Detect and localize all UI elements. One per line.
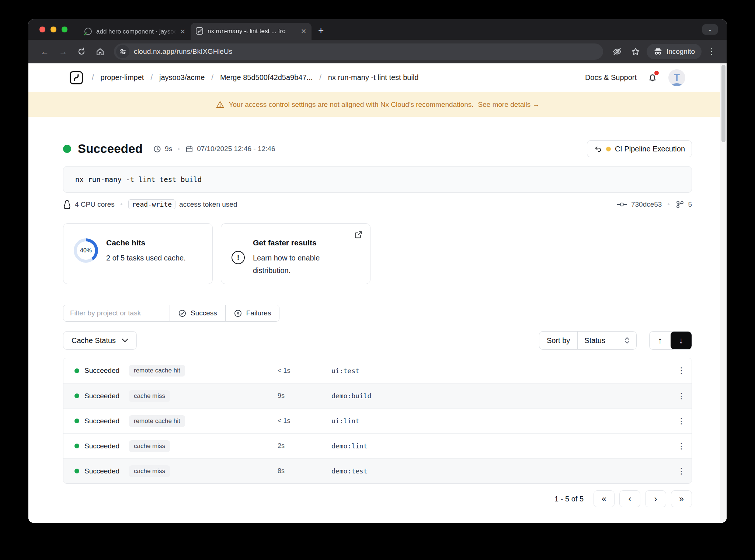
tab-search-button[interactable]: ⌄ [702, 24, 718, 35]
commit-hash[interactable]: 730dce53 [631, 200, 662, 209]
row-task-name: demo:test [331, 467, 671, 475]
filter-failures-button[interactable]: Failures [225, 305, 279, 321]
browser-menu-button[interactable]: ⋮ [705, 47, 718, 56]
next-page-button[interactable]: › [645, 490, 666, 507]
filter-success-button[interactable]: Success [170, 305, 225, 321]
summary-cards: 40% Cache hits 2 of 5 tasks used cache. … [63, 223, 692, 284]
faster-card-line2: distribution. [253, 266, 290, 274]
row-duration: 9s [278, 392, 331, 400]
row-status-dot [74, 444, 79, 448]
separator-dot [178, 148, 180, 150]
get-faster-results-card[interactable]: ! Get faster results Learn how to enable… [221, 223, 370, 284]
scrollbar-thumb[interactable] [721, 65, 726, 142]
close-tab-icon[interactable]: ✕ [180, 28, 185, 36]
maximize-window-button[interactable] [62, 27, 67, 32]
tab-nx-run[interactable]: nx run-many -t lint test ... fro ✕ [191, 23, 312, 40]
banner-text: Your access control settings are not ali… [229, 101, 474, 109]
table-row[interactable]: Succeeded cache miss 8s demo:test ⋮ [63, 458, 692, 483]
table-row[interactable]: Succeeded remote cache hit < 1s ui:test … [63, 358, 692, 383]
back-button[interactable]: ← [37, 44, 52, 59]
row-status-dot [74, 419, 79, 423]
row-menu-button[interactable]: ⋮ [677, 441, 685, 451]
sort-field-select[interactable]: Status [578, 332, 636, 349]
address-bar[interactable]: cloud.nx.app/runs/BkIXGHleUs [114, 43, 603, 60]
row-menu-button[interactable]: ⋮ [677, 416, 685, 426]
select-chevrons-icon [624, 336, 630, 344]
ci-pipeline-execution-button[interactable]: CI Pipeline Execution [587, 140, 692, 157]
breadcrumb-repo[interactable]: jaysoo3/acme [159, 73, 205, 82]
window-controls [39, 27, 67, 32]
info-icon: ! [232, 251, 245, 264]
faster-card-title: Get faster results [253, 238, 320, 247]
cache-status-badge: cache miss [129, 440, 170, 452]
cache-card-title: Cache hits [106, 238, 186, 247]
breadcrumb-workspace[interactable]: proper-limpet [101, 73, 144, 82]
nx-cloud-page: / proper-limpet / jaysoo3/acme / Merge 8… [28, 63, 727, 523]
home-button[interactable] [93, 44, 107, 59]
cache-status-badge: cache miss [129, 390, 170, 402]
filter-failures-label: Failures [246, 309, 271, 317]
first-page-button[interactable]: « [594, 490, 615, 507]
close-window-button[interactable] [39, 27, 45, 32]
branch-count[interactable]: 5 [688, 200, 692, 209]
row-status-label: Succeeded [84, 417, 129, 425]
breadcrumb-commit[interactable]: Merge 85d500f42d5a9b47... [220, 73, 313, 82]
pipeline-button-label: CI Pipeline Execution [615, 145, 685, 153]
row-menu-button[interactable]: ⋮ [677, 466, 685, 476]
filter-input[interactable] [63, 305, 170, 321]
notifications-bell-icon[interactable] [647, 72, 658, 83]
bookmark-star-icon[interactable] [628, 44, 643, 59]
separator-dot [121, 203, 122, 205]
sort-descending-button[interactable]: ↓ [671, 332, 692, 349]
site-info-icon[interactable] [116, 45, 129, 58]
docs-support-link[interactable]: Docs & Support [585, 73, 637, 82]
table-row[interactable]: Succeeded cache miss 2s demo:lint ⋮ [63, 433, 692, 458]
row-task-name: ui:lint [331, 417, 671, 425]
breadcrumb-separator: / [92, 73, 94, 82]
row-task-name: demo:lint [331, 442, 671, 450]
new-tab-button[interactable]: + [318, 25, 324, 40]
row-menu-button[interactable]: ⋮ [677, 366, 685, 375]
last-page-button[interactable]: » [671, 490, 692, 507]
warning-icon [216, 100, 225, 109]
cache-status-badge: cache miss [129, 465, 170, 477]
run-command: nx run-many -t lint test build [63, 166, 692, 193]
banner-link[interactable]: See more details → [478, 101, 540, 109]
cache-status-dropdown[interactable]: Cache Status [63, 331, 137, 350]
row-status-label: Succeeded [84, 467, 129, 475]
breadcrumb-current-run: nx run-many -t lint test build [328, 73, 419, 82]
avatar-letter: T [674, 72, 680, 83]
incognito-label: Incognito [667, 48, 695, 56]
tab-title: nx run-many -t lint test ... fro [208, 28, 297, 35]
reload-button[interactable] [74, 44, 89, 59]
table-row[interactable]: Succeeded remote cache hit < 1s ui:lint … [63, 408, 692, 433]
breadcrumb-separator: / [319, 73, 321, 82]
cache-ring: 40% [74, 238, 98, 263]
eye-off-icon[interactable] [610, 44, 624, 59]
pagination: 1 - 5 of 5 « ‹ › » [63, 490, 692, 507]
tab-github-pr[interactable]: ✓ add hero component · jaysoo ✕ [79, 24, 191, 40]
pipeline-status-dot [606, 147, 611, 151]
forward-button[interactable]: → [56, 44, 70, 59]
access-token-suffix: access token used [179, 200, 237, 209]
filter-success-label: Success [191, 309, 217, 317]
external-link-icon [354, 230, 363, 239]
sort-value: Status [584, 336, 605, 345]
row-status-label: Succeeded [84, 367, 129, 375]
cache-status-badge: remote cache hit [129, 365, 185, 377]
table-row[interactable]: Succeeded cache miss 9s demo:build ⋮ [63, 383, 692, 408]
row-menu-button[interactable]: ⋮ [677, 391, 685, 401]
minimize-window-button[interactable] [51, 27, 56, 32]
scrollbar-track[interactable] [720, 63, 727, 523]
nx-logo[interactable] [70, 71, 83, 84]
close-tab-icon[interactable]: ✕ [301, 27, 306, 35]
row-duration: 8s [278, 467, 331, 475]
filter-bar: Success Failures [63, 305, 692, 322]
nx-icon [196, 27, 204, 35]
sort-ascending-button[interactable]: ↑ [650, 332, 671, 349]
run-meta: 4 CPU cores read-write access token used… [63, 199, 692, 209]
row-status-dot [74, 368, 79, 373]
undo-icon [594, 145, 602, 153]
avatar[interactable]: T [668, 69, 685, 86]
previous-page-button[interactable]: ‹ [619, 490, 640, 507]
